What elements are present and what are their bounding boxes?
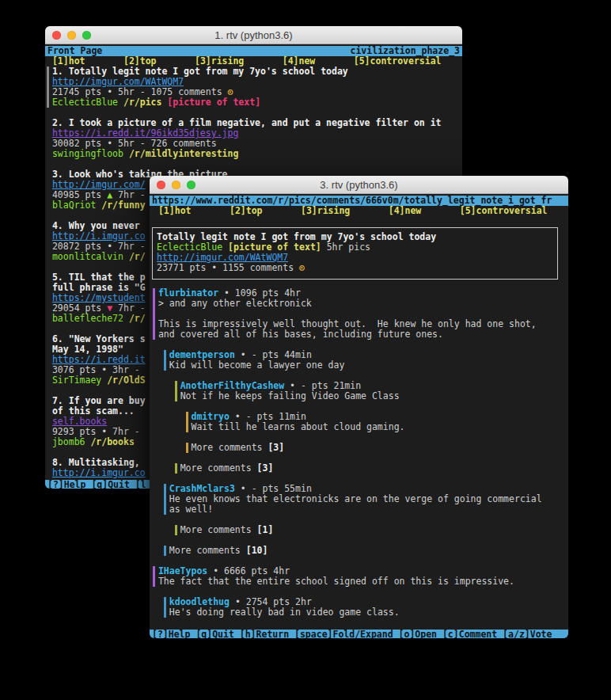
- subreddit-link[interactable]: /r/mildlyinteresting: [129, 149, 238, 159]
- comment-author[interactable]: dmitryo: [191, 412, 229, 422]
- post-link[interactable]: https://mystudent: [52, 293, 146, 303]
- comment-author[interactable]: IHaeTypos: [158, 566, 207, 576]
- submission-summary-box[interactable]: Totally legit note I got from my 7yo's s…: [152, 227, 558, 280]
- post-link[interactable]: https://i.redd.it/96ikd35djesy.jpg: [52, 128, 238, 139]
- post-meta: 40985 pts: [52, 190, 107, 200]
- minimize-button[interactable]: [67, 31, 76, 40]
- close-button[interactable]: [52, 31, 61, 40]
- comment-author[interactable]: flurbinator: [158, 288, 218, 299]
- minimize-button[interactable]: [172, 181, 180, 189]
- subreddit-link[interactable]: /r/pics: [123, 97, 161, 108]
- tab-top[interactable]: [2]top: [230, 206, 263, 216]
- text-segment: [47, 283, 52, 293]
- comment-meta: • - pts 11min: [230, 412, 306, 422]
- terminal-line: [150, 618, 568, 628]
- post-title[interactable]: May 14, 1998": [52, 344, 123, 355]
- text-segment: 7hr -: [112, 190, 150, 200]
- post-author[interactable]: EclecticBlue: [52, 97, 118, 108]
- post-title[interactable]: full phrase is "G: [52, 283, 146, 293]
- depth-bar-icon: [164, 494, 169, 504]
- post-meta: 23771 pts • 1155 comments: [157, 263, 299, 273]
- post-author[interactable]: blaQriot: [52, 200, 96, 211]
- text-segment: [47, 56, 52, 67]
- subreddit-link[interactable]: /r/books: [90, 437, 134, 447]
- window-titlebar[interactable]: 1. rtv (python3.6): [45, 26, 462, 44]
- gilded-icon: ⊙: [227, 87, 233, 97]
- more-comments-link[interactable]: More comments: [191, 443, 268, 453]
- text-segment: [153, 391, 175, 401]
- selection-cursor: [47, 77, 52, 87]
- text-segment: [153, 412, 186, 422]
- comment-list: flurbinator • 1096 pts 4hr> and any othe…: [150, 288, 568, 628]
- text-segment: [47, 468, 52, 478]
- post-link[interactable]: https://i.redd.it: [52, 355, 146, 365]
- help-footer-bar[interactable]: [?]Help [q]Quit [h]Return [space]Fold/Ex…: [150, 630, 568, 638]
- terminal-line: 23771 pts • 1155 comments ⊙: [157, 263, 557, 273]
- post-link[interactable]: self.books: [52, 417, 107, 427]
- terminal-line: [150, 535, 568, 546]
- comment-author[interactable]: dementperson: [169, 350, 235, 360]
- comment-body: He even knows that electronicks are on t…: [169, 494, 542, 504]
- logged-in-user: civilization_phaze_3: [351, 46, 460, 56]
- tab-hot[interactable]: [1]hot: [158, 206, 192, 216]
- text-segment: [47, 458, 52, 468]
- tab-rising[interactable]: [3]rising: [301, 206, 350, 216]
- post-author[interactable]: swingingfloob: [52, 149, 123, 159]
- window-titlebar[interactable]: 3. rtv (python3.6): [150, 176, 568, 194]
- subreddit-link[interactable]: /r/OldS: [107, 375, 145, 386]
- text-segment: [157, 56, 195, 67]
- post-author[interactable]: EclecticBlue: [157, 242, 222, 253]
- terminal-line: http://imgur.com/WAtWQM7: [157, 253, 557, 263]
- post-author[interactable]: SirTimaey: [52, 375, 101, 386]
- terminal-line: and covered all of his bases, including …: [150, 329, 568, 340]
- zoom-button[interactable]: [82, 31, 91, 40]
- post-link[interactable]: http://i.imgur.co: [52, 231, 146, 242]
- more-comments-link[interactable]: More comments: [169, 546, 246, 556]
- text-segment: [47, 272, 52, 283]
- tab-controversial[interactable]: [5]controversial: [354, 56, 442, 67]
- more-comments-link[interactable]: More comments: [180, 463, 257, 474]
- depth-bar-icon: [175, 463, 180, 474]
- post-title[interactable]: 2. I took a picture of a film negative, …: [52, 118, 442, 128]
- post-author[interactable]: ballefleche72: [52, 314, 123, 324]
- post-link[interactable]: http://imgur.com/WAtWQM7: [157, 253, 288, 263]
- post-title[interactable]: of this scam...: [52, 406, 135, 417]
- post-title[interactable]: 1. Totally legit note I got from my 7yo'…: [52, 67, 348, 77]
- post-title[interactable]: 8. Multitasking,: [52, 458, 146, 468]
- zoom-button[interactable]: [187, 181, 195, 189]
- tab-top[interactable]: [2]top: [123, 56, 157, 67]
- tab-hot[interactable]: [1]hot: [52, 56, 85, 67]
- comment-meta: • 6666 pts 4hr: [207, 566, 290, 576]
- tab-rising[interactable]: [3]rising: [195, 56, 244, 67]
- post-title[interactable]: 6. "New Yorkers s: [52, 334, 146, 344]
- tab-new[interactable]: [4]new: [389, 206, 422, 216]
- text-segment: [153, 504, 164, 515]
- post-title[interactable]: Totally legit note I got from my 7yo's s…: [157, 232, 436, 242]
- subreddit-link[interactable]: /r/: [129, 314, 146, 324]
- tab-controversial[interactable]: [5]controversial: [460, 206, 548, 216]
- close-button[interactable]: [157, 181, 165, 189]
- traffic-lights: [52, 31, 91, 40]
- post-link[interactable]: http://imgur.com/WAtWQM7: [52, 77, 184, 87]
- post-title[interactable]: 7. If you are buy: [52, 396, 146, 406]
- post-title[interactable]: 5. TIL that the p: [52, 272, 146, 283]
- post-title[interactable]: 4. Why you never: [52, 221, 146, 231]
- comment-author[interactable]: CrashMclars3: [169, 484, 235, 494]
- subreddit-link[interactable]: /r/funny: [101, 200, 145, 211]
- depth-bar-icon: [164, 546, 169, 556]
- subreddit-link[interactable]: /r/: [129, 252, 146, 262]
- post-link[interactable]: http://imgur.com/: [52, 180, 146, 190]
- terminal-line: https://i.redd.it/96ikd35djesy.jpg: [45, 128, 462, 139]
- post-author[interactable]: jbomb6: [52, 437, 85, 447]
- text-segment: [153, 206, 158, 216]
- depth-bar-icon: [164, 350, 169, 360]
- comment-author[interactable]: AnotherFilthyCashew: [180, 381, 285, 391]
- comment-author[interactable]: kdoodlethug: [169, 597, 230, 607]
- comment-body: > and any other elecktronick: [158, 299, 312, 309]
- tab-new[interactable]: [4]new: [283, 56, 316, 67]
- terminal-line: Not if he keeps failing Video Game Class: [150, 391, 568, 401]
- post-author[interactable]: moonlitcalvin: [52, 252, 123, 262]
- terminal-line: swingingfloob /r/mildlyinteresting: [45, 149, 462, 159]
- more-comments-link[interactable]: More comments: [180, 525, 257, 535]
- post-link[interactable]: http://i.imgur.co: [52, 468, 146, 478]
